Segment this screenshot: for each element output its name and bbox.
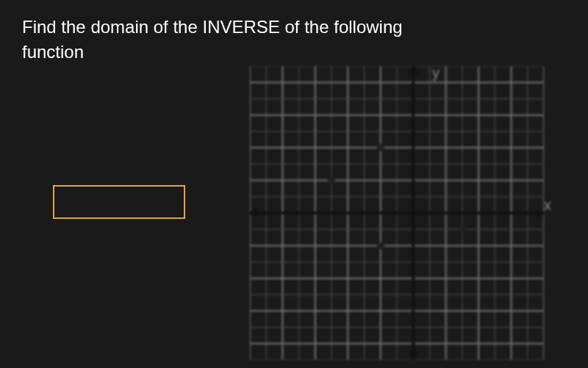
data-point [377,242,384,249]
answer-input[interactable] [53,185,185,219]
x-axis-label: x [544,197,551,214]
svg-marker-43 [537,209,544,217]
data-point [377,144,384,151]
data-point [459,226,466,233]
question-container: Find the domain of the INVERSE of the fo… [0,0,588,368]
coordinate-grid [250,66,544,360]
svg-marker-42 [250,209,257,217]
svg-marker-41 [409,353,417,360]
question-text: Find the domain of the INVERSE of the fo… [22,15,463,64]
graph-container: y x [250,66,559,360]
data-point [328,177,335,184]
svg-marker-40 [409,66,417,73]
